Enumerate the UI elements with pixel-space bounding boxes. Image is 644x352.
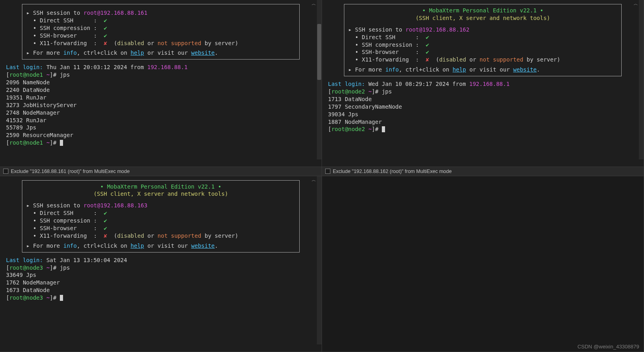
help-link[interactable]: help — [130, 243, 144, 249]
prompt-line: [root@node1 ~]# jps — [6, 71, 316, 79]
last-login-line: Last login: Wed Jan 10 08:29:17 2024 fro… — [328, 80, 638, 88]
scrollbar[interactable] — [317, 0, 322, 159]
exclude-checkbox[interactable] — [3, 169, 8, 174]
session-target: root@192.168.88.161 — [83, 10, 147, 16]
check-icon: ✔ — [426, 49, 429, 55]
session-target: root@192.168.88.163 — [83, 202, 147, 209]
multiexec-footer: Exclude "192.168.88.162 (root)" from Mul… — [322, 167, 644, 176]
website-link[interactable]: website — [191, 243, 215, 249]
mobaxterm-banner: • MobaXterm Personal Edition v22.1 • (SS… — [22, 180, 300, 253]
collapse-icon[interactable]: ︿ — [634, 1, 638, 7]
check-icon: ✔ — [104, 25, 107, 31]
scrollbar-thumb[interactable] — [317, 24, 321, 80]
banner-subtitle: (SSH client, X server and network tools) — [26, 190, 295, 198]
terminal-pane-node1[interactable]: ︿ ▸ SSH session to root@192.168.88.161 •… — [0, 0, 322, 176]
terminal-pane-node3[interactable]: ︿ • MobaXterm Personal Edition v22.1 • (… — [0, 176, 322, 352]
cross-icon: ✘ — [426, 56, 429, 63]
last-login-line: Last login: Sat Jan 13 13:50:04 2024 — [6, 257, 316, 264]
jps-output: 2096 NameNode — [6, 79, 316, 86]
cursor — [60, 295, 63, 301]
check-icon: ✔ — [104, 17, 107, 24]
scrollbar[interactable] — [639, 0, 644, 159]
check-icon: ✔ — [104, 210, 107, 216]
prompt-line[interactable]: [root@node2 ~]# — [328, 125, 638, 133]
exclude-label[interactable]: Exclude "192.168.88.161 (root)" from Mul… — [11, 169, 130, 174]
banner-title: • MobaXterm Personal Edition v22.1 • — [348, 7, 617, 14]
terminal-output-node2[interactable]: ︿ • MobaXterm Personal Edition v22.1 • (… — [322, 0, 644, 167]
cursor — [382, 126, 385, 132]
empty-pane — [322, 176, 644, 352]
scrollbar[interactable] — [317, 176, 322, 345]
website-link[interactable]: website — [191, 50, 215, 56]
help-link[interactable]: help — [452, 66, 466, 73]
cross-icon: ✘ — [104, 233, 107, 239]
prompt-line[interactable]: [root@node3 ~]# — [6, 294, 316, 302]
session-target: root@192.168.88.162 — [405, 26, 469, 33]
collapse-icon[interactable]: ︿ — [312, 177, 316, 183]
prompt-line: [root@node3 ~]# jps — [6, 264, 316, 272]
multiexec-footer: Exclude "192.168.88.161 (root)" from Mul… — [0, 167, 322, 176]
check-icon: ✔ — [104, 225, 107, 231]
terminal-output-node1[interactable]: ︿ ▸ SSH session to root@192.168.88.161 •… — [0, 0, 322, 167]
check-icon: ✔ — [104, 217, 107, 224]
last-login-line: Last login: Thu Jan 11 20:03:12 2024 fro… — [6, 64, 316, 71]
terminal-output-node3[interactable]: ︿ • MobaXterm Personal Edition v22.1 • (… — [0, 176, 322, 352]
website-link[interactable]: website — [513, 66, 537, 73]
watermark: CSDN @weixin_43308879 — [577, 344, 639, 350]
info-text: info — [63, 50, 77, 56]
help-link[interactable]: help — [130, 50, 144, 56]
mobaxterm-banner: • MobaXterm Personal Edition v22.1 • (SS… — [344, 4, 622, 76]
mobaxterm-banner: ▸ SSH session to root@192.168.88.161 • D… — [22, 4, 300, 60]
exclude-checkbox[interactable] — [325, 169, 330, 174]
collapse-icon[interactable]: ︿ — [312, 1, 316, 7]
banner-title: • MobaXterm Personal Edition v22.1 • — [26, 183, 295, 191]
exclude-label[interactable]: Exclude "192.168.88.162 (root)" from Mul… — [333, 169, 452, 174]
check-icon: ✔ — [426, 34, 429, 40]
check-icon: ✔ — [426, 42, 429, 48]
cross-icon: ✘ — [104, 40, 107, 46]
prompt-line: [root@node2 ~]# jps — [328, 88, 638, 95]
banner-subtitle: (SSH client, X server and network tools) — [348, 14, 617, 22]
cursor — [60, 140, 63, 146]
prompt-line[interactable]: [root@node1 ~]# — [6, 139, 316, 147]
session-label: SSH session to — [33, 10, 83, 16]
terminal-pane-node2[interactable]: ︿ • MobaXterm Personal Edition v22.1 • (… — [322, 0, 644, 176]
check-icon: ✔ — [104, 32, 107, 39]
